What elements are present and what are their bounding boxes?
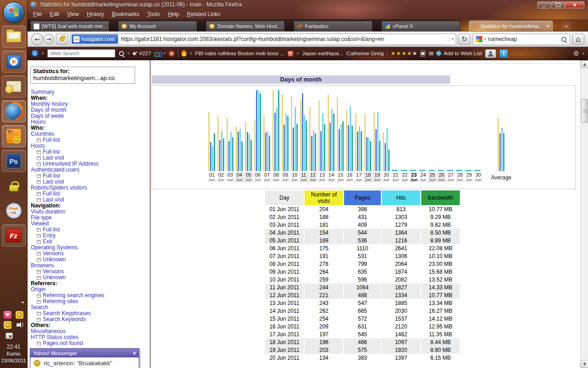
news-headline-3[interactable]: Catherine Greig [346, 51, 384, 56]
sidebar-item-pages-not-found[interactable]: Pages not found [31, 340, 149, 346]
sidebar-item-hours[interactable]: Hours [31, 119, 149, 125]
menu-bookmarks[interactable]: Bookmarks [112, 11, 139, 17]
url-bar[interactable]: cP hostgator.com https://gator1181.hostg… [70, 34, 456, 45]
bookmark-star-icon[interactable]: ☆ [446, 35, 452, 43]
search-magnifier-icon[interactable] [561, 36, 567, 42]
yahoo-messenger-popup[interactable]: Yahoo! Messenger ☺ ric_arterion: "Bruaka… [30, 348, 139, 368]
rating-stars[interactable]: ★★★★★ [390, 50, 417, 57]
vertical-scrollbar[interactable]: ▲ ▼ [580, 60, 588, 368]
tab-wts-jual-web-murah-mer[interactable]: [WTS] Jual web murah mer... [30, 21, 109, 31]
wishlist-button[interactable]: Add to Wish List [444, 51, 482, 56]
alexa-dropdown-icon[interactable]: ▾ [42, 51, 44, 56]
counter-label[interactable]: #227 [139, 51, 151, 56]
scroll-down-button[interactable]: ▼ [581, 360, 588, 368]
tab-fantastico[interactable]: Fantastico [294, 21, 373, 31]
new-tab-button[interactable] [561, 22, 571, 31]
axis-day-label: 23Jun [409, 172, 418, 182]
reload-button[interactable]: ↻ [458, 34, 470, 45]
menu-edit[interactable]: Edit [50, 11, 59, 17]
show-hidden-icons-button[interactable]: ▸ [22, 299, 24, 305]
messenger-title-bar[interactable]: Yahoo! Messenger [30, 349, 139, 357]
mail-client-icon [6, 81, 21, 92]
tab-cpanel-x[interactable]: cPanel X [381, 21, 460, 31]
scrollbar-thumb[interactable] [581, 99, 588, 123]
mail-icon[interactable]: ✉ [429, 50, 434, 57]
twitter-button[interactable]: t [499, 49, 508, 58]
web-search-input[interactable] [47, 49, 115, 58]
news-icon[interactable] [288, 51, 294, 57]
messenger-notification[interactable]: ☺ ric_arterion: "Bruakakakk" [30, 357, 139, 368]
yahoo-messenger-icon [6, 128, 22, 144]
site-key-button[interactable] [56, 34, 68, 45]
taskbar-item-photoshop[interactable]: Ps [2, 150, 26, 172]
menu-help[interactable]: Help [168, 11, 179, 17]
taskbar-item-outlook[interactable] [2, 75, 26, 98]
maximize-button[interactable] [551, 1, 565, 8]
cell-bandwidth: 22.08 MB [421, 244, 460, 252]
start-button[interactable] [3, 2, 24, 23]
google-icon[interactable] [476, 36, 482, 42]
taskbar-item-explorer[interactable] [2, 26, 26, 48]
cell-day: 01 Jun 2011 [265, 205, 304, 213]
tab-domain-names-web-host[interactable]: Domain Names, Web Host... [206, 21, 285, 31]
taskbar-item-print-cd[interactable] [2, 200, 26, 222]
news-dropdown-icon-2[interactable]: ▾ [297, 51, 299, 56]
taskbar-item-media-player[interactable] [2, 51, 26, 73]
tray-power-icon[interactable] [6, 333, 13, 339]
menu-related-links[interactable]: Related Links [187, 11, 220, 17]
toolbar-search-dropdown-icon[interactable]: ▾ [128, 51, 130, 56]
volume-icon[interactable]: ) [16, 321, 23, 329]
link-icon[interactable] [154, 52, 160, 56]
tray-messenger-icon-2[interactable]: ☺ [4, 321, 11, 329]
search-bar[interactable]: ▾ namecheap [473, 34, 570, 45]
menu-file[interactable]: File [33, 11, 42, 17]
menu-view[interactable]: View [67, 11, 79, 17]
cell-day: 02 Jun 2011 [265, 213, 304, 221]
menu-history[interactable]: History [87, 11, 104, 17]
news-dropdown-icon[interactable]: ▾ [190, 51, 192, 56]
taskbar-item-yahoo-messenger[interactable] [2, 125, 26, 147]
minimize-button[interactable] [537, 1, 551, 8]
forward-button[interactable]: → [44, 34, 54, 44]
news-headline-2[interactable]: Japan earthqua... [302, 51, 344, 56]
tray-messenger-icon[interactable]: ☺ [16, 311, 23, 319]
bar-hits [212, 146, 213, 171]
note-icon[interactable] [420, 51, 425, 57]
taskbar-item-firefox[interactable] [2, 100, 26, 122]
news-headline-1[interactable]: FBI nabs ruthless Boston mob boss ... [195, 51, 284, 56]
menu-tools[interactable]: Tools [147, 11, 160, 17]
cell-day: 17 Jun 2011 [265, 330, 304, 338]
tab-my-account[interactable]: My Account [118, 21, 197, 31]
table-row-18-jun-2011: 18 Jun 201119646610978.44 MB [265, 338, 460, 346]
url-text[interactable]: https://gator1181.hostgator.com:2083/aws… [121, 36, 446, 42]
messenger-close-icon[interactable] [133, 350, 136, 356]
tray-heart-icon[interactable]: ♥ [4, 311, 11, 319]
url-dropdown-icon[interactable]: ▾ [452, 37, 454, 41]
stumble-icon[interactable] [169, 51, 175, 57]
search-input[interactable]: namecheap [488, 36, 559, 42]
tab-statistics-for-humboldtmar[interactable]: Statistics for humboldtmar... [469, 21, 553, 31]
back-button[interactable]: ← [31, 33, 43, 45]
search-engine-dropdown-icon[interactable]: ▾ [484, 37, 486, 41]
sidebar-item-referring-sites[interactable]: Referring sites [31, 299, 149, 305]
taskbar-item-filezilla[interactable]: Fz [2, 224, 26, 247]
sidebar-item-days-of-week[interactable]: Days of week [31, 113, 149, 119]
site-identity-button[interactable]: cP hostgator.com [72, 34, 118, 44]
taskbar-item-lock[interactable] [2, 175, 26, 197]
title-bar[interactable]: Statistics for humboldtmarketingseminar.… [28, 0, 588, 9]
taskbar-clock[interactable]: 22:41 Kamis 23/06/2011 [1, 344, 26, 364]
alexa-icon[interactable]: a [31, 50, 39, 57]
sidebar-item-summary[interactable]: Summary [31, 89, 149, 95]
link-dropdown-icon[interactable]: ▾ [164, 51, 166, 56]
account-button[interactable] [485, 49, 496, 58]
home-button[interactable]: ⌂ [572, 34, 584, 45]
scroll-up-button[interactable]: ▲ [581, 60, 588, 68]
gear-icon[interactable]: ⚙ [573, 50, 579, 57]
sidebar-item-full-list[interactable]: Full list [31, 137, 149, 143]
close-button[interactable] [565, 1, 584, 8]
bar-hits [304, 115, 305, 171]
gear-dropdown-icon[interactable]: ▾ [582, 51, 584, 56]
fire-icon[interactable] [181, 50, 187, 57]
toolbar-search-icon[interactable] [119, 51, 124, 57]
tab-close-icon[interactable] [546, 23, 549, 29]
